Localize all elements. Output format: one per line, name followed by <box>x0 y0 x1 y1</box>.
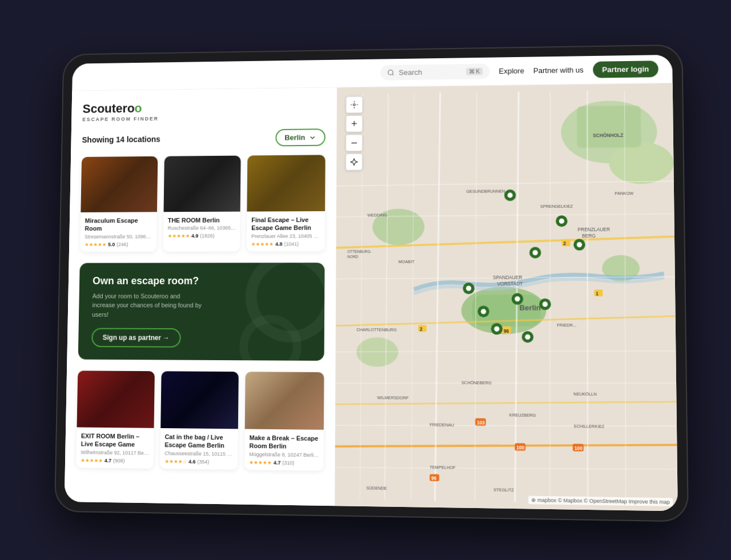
sign-up-partner-button[interactable]: Sign up as partner → <box>91 328 180 347</box>
partner-login-button[interactable]: Partner login <box>593 61 658 78</box>
logo-dot: o <box>134 101 142 115</box>
partner-with-us-link[interactable]: Partner with us <box>533 66 584 75</box>
bottom-cards-grid: EXIT ROOM Berlin – Live Escape GameWilhe… <box>76 370 324 470</box>
card-title: Final Escape – Live Escape Game Berlin <box>251 215 320 232</box>
svg-text:2: 2 <box>420 327 423 332</box>
map-area: SCHÖNHOLZ PANKOW PRENZLAUER BERG SPRENGE… <box>335 83 678 511</box>
rating-number: 4.8 <box>275 241 282 247</box>
compass-icon <box>350 158 358 166</box>
svg-text:SCHÖNEBERG: SCHÖNEBERG <box>461 380 492 385</box>
search-bar[interactable]: ⌘ K <box>380 63 490 80</box>
rating-count: (354) <box>197 458 209 464</box>
rating-number: 4.7 <box>274 460 281 465</box>
card-rating: ★★★★★4.7(908) <box>81 457 148 464</box>
svg-text:CHARLOTTENBURG: CHARLOTTENBURG <box>356 327 397 332</box>
svg-marker-84 <box>351 158 358 165</box>
rating-number: 4.9 <box>191 233 198 239</box>
svg-line-1 <box>392 74 393 75</box>
rating-count: (1041) <box>284 241 299 247</box>
tablet-screen: ⌘ K Explore Partner with us Partner logi… <box>65 54 678 511</box>
svg-text:PANKOW: PANKOW <box>614 191 633 195</box>
svg-text:NEUKÖLLN: NEUKÖLLN <box>573 392 597 397</box>
card-title: Miraculum Escape Room <box>85 216 152 232</box>
locate-button[interactable] <box>346 96 363 113</box>
svg-rect-5 <box>577 105 641 147</box>
svg-text:GESUNDBRUNNEN: GESUNDBRUNNEN <box>467 189 505 194</box>
card-title: Make a Break – Escape Room Berlin <box>250 433 319 450</box>
search-input[interactable] <box>399 67 461 76</box>
map-controls: + − <box>346 96 363 170</box>
card-image-placeholder <box>160 371 239 429</box>
cta-title: Own an escape room? <box>93 275 311 287</box>
zoom-out-button[interactable]: − <box>346 134 363 151</box>
venue-card[interactable]: Final Escape – Live Escape Game BerlinPr… <box>247 155 326 251</box>
venue-card[interactable]: Cat in the bag / Live Escape Game Berlin… <box>160 371 239 469</box>
card-image-placeholder <box>247 155 326 211</box>
stars: ★★★★☆ <box>164 458 187 464</box>
svg-text:SÜDENDE: SÜDENDE <box>366 485 387 490</box>
rating-count: (310) <box>282 460 294 465</box>
rating-number: 4.7 <box>105 457 111 463</box>
map-svg: SCHÖNHOLZ PANKOW PRENZLAUER BERG SPRENGE… <box>335 83 678 511</box>
top-cards-grid: Miraculum Escape RoomStresemannstraße 50… <box>80 155 326 251</box>
left-panel: Scouteroo ESCAPE ROOM FINDER Showing 14 … <box>65 87 337 506</box>
card-address: Prenzlauer Allee 23, 10405 Berlin... <box>251 233 320 239</box>
svg-text:OTTENBURG-: OTTENBURG- <box>347 249 371 253</box>
venue-card[interactable]: Make a Break – Escape Room BerlinMüggels… <box>244 372 324 470</box>
svg-text:VORSTADT: VORSTADT <box>497 281 523 286</box>
cta-description: Add your room to Scouteroo and increase … <box>92 291 203 319</box>
rating-count: (908) <box>113 457 125 463</box>
svg-point-0 <box>388 70 393 75</box>
card-rating: ★★★★★5.0(246) <box>85 241 152 247</box>
stars: ★★★★★ <box>249 459 272 465</box>
mapbox-logo: ⊕ mapbox <box>531 497 556 503</box>
svg-text:103: 103 <box>477 420 485 425</box>
svg-text:MOABIT: MOABIT <box>399 260 415 264</box>
card-address: Müggelstraße 8, 10247 Berlin, Germany <box>249 451 319 458</box>
svg-text:NORD: NORD <box>347 255 358 259</box>
compass-button[interactable] <box>346 153 363 170</box>
svg-text:STEGLITZ: STEGLITZ <box>493 487 514 492</box>
search-shortcut: ⌘ K <box>466 67 483 75</box>
svg-text:BERG: BERG <box>582 233 596 239</box>
venue-card[interactable]: THE ROOM BerlinRuschestraße 64–66, 10365… <box>163 155 241 251</box>
venue-card[interactable]: EXIT ROOM Berlin – Live Escape GameWilhe… <box>76 370 154 468</box>
card-address: Chausseestraße 15, 10115 Berlin... <box>164 450 234 456</box>
locate-icon <box>350 100 358 108</box>
svg-text:2: 2 <box>563 241 566 246</box>
map-attribution: ⊕ mapbox © Mapbox © OpenStreetMap Improv… <box>528 495 673 506</box>
zoom-in-button[interactable]: + <box>346 115 363 132</box>
tablet-frame: ⌘ K Explore Partner with us Partner logi… <box>54 44 689 522</box>
location-header: Showing 14 locations Berlin <box>82 128 326 148</box>
stars: ★★★★★ <box>251 241 274 247</box>
card-address: Stresemannstraße 50, 10963 Berlin... <box>85 233 152 239</box>
stars: ★★★★★ <box>167 233 190 239</box>
rating-count: (246) <box>117 241 128 247</box>
attribution-text: © Mapbox © OpenStreetMap Improve this ma… <box>558 497 670 505</box>
card-image-placeholder <box>81 156 158 212</box>
svg-text:FRIEDENAU: FRIEDENAU <box>429 422 454 428</box>
stars: ★★★★★ <box>81 457 103 463</box>
svg-text:96: 96 <box>431 476 437 481</box>
svg-text:TEMPELHOF: TEMPELHOF <box>429 465 456 470</box>
stars: ★★★★★ <box>85 241 107 247</box>
svg-text:FRIEDR...: FRIEDR... <box>557 323 576 327</box>
svg-text:KREUZBERG: KREUZBERG <box>509 413 536 418</box>
card-address: Wilhelmstraße 92, 10117 Berlin, Germany <box>81 449 148 456</box>
svg-text:1: 1 <box>596 291 599 296</box>
svg-text:SPRENGELKIEZ: SPRENGELKIEZ <box>540 204 573 209</box>
chevron-down-icon <box>308 133 316 141</box>
city-name: Berlin <box>284 133 305 142</box>
explore-link[interactable]: Explore <box>499 66 524 75</box>
logo-area: Scouteroo ESCAPE ROOM FINDER <box>82 99 326 122</box>
card-title: Cat in the bag / Live Escape Game Berlin <box>164 433 234 450</box>
svg-text:SCHÖNHOLZ: SCHÖNHOLZ <box>593 132 623 138</box>
rating-count: (1826) <box>200 233 214 239</box>
venue-card[interactable]: Miraculum Escape RoomStresemannstraße 50… <box>80 156 158 251</box>
card-rating: ★★★★★4.7(310) <box>249 459 319 466</box>
card-image-placeholder <box>163 155 241 212</box>
city-selector[interactable]: Berlin <box>275 128 325 146</box>
svg-text:WILMERSDORF: WILMERSDORF <box>377 396 409 401</box>
rating-number: 5.0 <box>108 241 115 247</box>
card-address: Ruschestraße 64–66, 10365 Berlin... <box>167 225 235 231</box>
